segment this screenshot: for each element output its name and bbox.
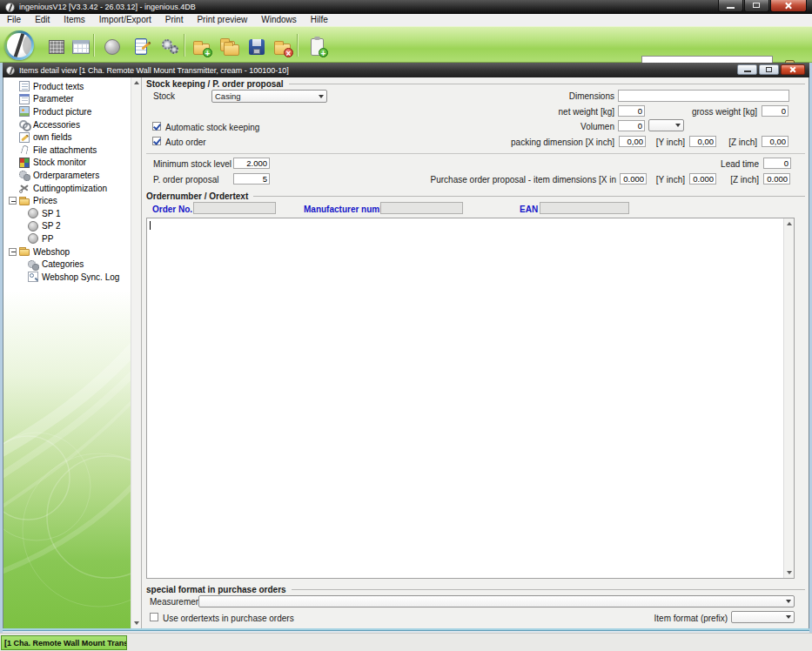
sidebar-item-sp-1[interactable]: SP 1 (3, 207, 131, 220)
menu-print-preview[interactable]: Print preview (190, 14, 254, 26)
sidebar-item-sp-2[interactable]: SP 2 (3, 220, 131, 233)
ordertext-scrollbar[interactable] (783, 218, 794, 578)
ean-input[interactable] (540, 202, 629, 214)
po-dims-x-label: Purchase order proposal - item dimension… (355, 175, 616, 185)
record-button[interactable] (102, 37, 123, 57)
minimize-button[interactable] (718, 0, 743, 12)
scroll-down-icon[interactable] (131, 618, 142, 628)
sidebar-item-label: Accessories (33, 120, 80, 130)
p-order-proposal-input[interactable] (233, 173, 270, 185)
volumen-label: Volumen (510, 122, 614, 131)
menu-windows[interactable]: Windows (254, 14, 304, 26)
measurement-dropdown[interactable] (198, 595, 795, 607)
lead-time-input[interactable] (763, 158, 791, 169)
ownfields-icon (19, 132, 30, 143)
coin-icon (28, 233, 38, 244)
sidebar-item-label: Webshop Sync. Log (42, 272, 119, 282)
menu-bar: FileEditItemsImport/ExportPrintPrint pre… (0, 14, 812, 26)
folder-add-button[interactable]: + (191, 37, 212, 57)
sidebar-item-label: Parameter (33, 94, 74, 104)
text-caret (150, 221, 151, 230)
ordertext-textarea[interactable] (146, 218, 795, 579)
sidebar-item-label: Categories (42, 259, 84, 269)
grid-button[interactable] (46, 37, 67, 57)
gross-weight-label: gross weight [kg] (653, 107, 757, 117)
sidebar-item-file-attachments[interactable]: File attachments (3, 144, 131, 157)
toolbar-separator (93, 34, 94, 57)
measurement-label: Measurement format (150, 597, 199, 607)
tree-collapse-icon[interactable] (9, 197, 17, 205)
sidebar-item-own-fields[interactable]: own fields (3, 131, 131, 144)
inner-minimize-button[interactable] (737, 64, 757, 75)
save-button[interactable] (246, 37, 267, 57)
menu-edit[interactable]: Edit (28, 14, 57, 26)
sidebar-item-product-picture[interactable]: Product picture (3, 105, 131, 118)
scroll-down-icon[interactable] (784, 567, 795, 578)
sidebar-item-product-texts[interactable]: Product texts (3, 80, 131, 93)
folder-delete-button[interactable]: × (272, 37, 293, 57)
order-no-label: Order No. (152, 205, 192, 214)
po-dims-z-input[interactable] (763, 173, 790, 185)
sidebar-item-orderparameters[interactable]: Orderparameters (3, 169, 131, 182)
net-weight-label: net weight [kg] (510, 107, 614, 117)
minimum-stock-level-input[interactable] (233, 158, 270, 169)
po-dims-x-input[interactable] (620, 173, 647, 185)
item-format-dropdown[interactable] (731, 611, 795, 623)
stock-dropdown[interactable]: Casing (211, 90, 327, 103)
coin-icon (28, 208, 38, 218)
sidebar-item-label: Cuttingoptimization (33, 184, 107, 193)
clipboard-edit-button[interactable] (131, 37, 152, 57)
scissors-icon (19, 183, 30, 193)
sync-icon (28, 272, 38, 282)
folder-icon (19, 196, 30, 206)
use-ordertexts-checkbox[interactable] (150, 613, 158, 621)
menu-file[interactable]: File (0, 14, 28, 26)
items-detail-window-icon (6, 66, 15, 75)
scroll-up-icon[interactable] (131, 77, 142, 88)
main-titlebar: ingeniousV12 [V3.3.42 - 26.03.12] - inge… (0, 0, 812, 14)
menu-hilfe[interactable]: Hilfe (304, 14, 335, 26)
inner-close-button[interactable] (781, 64, 805, 75)
dimensions-input[interactable] (618, 90, 789, 102)
doc-icon (19, 81, 30, 91)
gears-button[interactable] (160, 37, 181, 57)
sidebar-item-pp[interactable]: PP (3, 232, 131, 245)
volumen-unit-dropdown[interactable] (648, 119, 684, 131)
automatic-stock-keeping-checkbox[interactable] (152, 122, 161, 131)
use-ordertexts-label: Use ordertexts in purchase orders (163, 614, 294, 623)
table-button[interactable] (70, 37, 91, 57)
sidebar-scrollbar[interactable] (131, 77, 141, 628)
close-button[interactable] (770, 0, 807, 12)
sidebar-item-cuttingoptimization[interactable]: Cuttingoptimization (3, 182, 131, 195)
tree-collapse-icon[interactable] (9, 248, 17, 256)
restore-button[interactable] (744, 0, 769, 12)
sidebar-item-stock-monitor[interactable]: Stock monitor (3, 157, 131, 170)
clipboard-add-button[interactable]: + (307, 37, 328, 57)
sidebar-item-webshop-sync-log[interactable]: Webshop Sync. Log (3, 271, 131, 284)
folder-copy-button[interactable] (219, 37, 240, 57)
sidebar-item-parameter[interactable]: Parameter (3, 93, 131, 106)
menu-items[interactable]: Items (57, 14, 91, 26)
sidebar-item-accessories[interactable]: Accessories (3, 118, 131, 131)
auto-order-checkbox[interactable] (152, 137, 161, 145)
section-stock-keeping: Stock keeping / P. order proposal (146, 79, 805, 89)
inner-restore-button[interactable] (759, 64, 779, 75)
menu-import-export[interactable]: Import/Export (92, 14, 158, 26)
scroll-up-icon[interactable] (784, 218, 795, 229)
gross-weight-input[interactable] (762, 105, 789, 117)
sidebar-item-label: Orderparameters (33, 171, 99, 180)
ean-label: EAN (520, 205, 538, 214)
ingenious-logo-icon[interactable] (4, 30, 34, 60)
sidebar-item-webshop[interactable]: Webshop (3, 245, 131, 258)
packing-z-input[interactable] (762, 136, 789, 147)
menu-print[interactable]: Print (158, 14, 191, 26)
net-weight-input[interactable] (618, 105, 645, 117)
separator (146, 153, 805, 154)
volumen-input[interactable] (618, 120, 645, 131)
order-no-input[interactable] (193, 202, 276, 214)
sidebar-item-categories[interactable]: Categories (3, 258, 131, 271)
packing-dimension-z-label: [Z inch] (670, 138, 757, 147)
sidebar-item-prices[interactable]: Prices (3, 194, 131, 207)
item-detail-form: Stock keeping / P. order proposal Stock … (142, 77, 809, 629)
manufacturer-number-input[interactable] (380, 202, 463, 214)
